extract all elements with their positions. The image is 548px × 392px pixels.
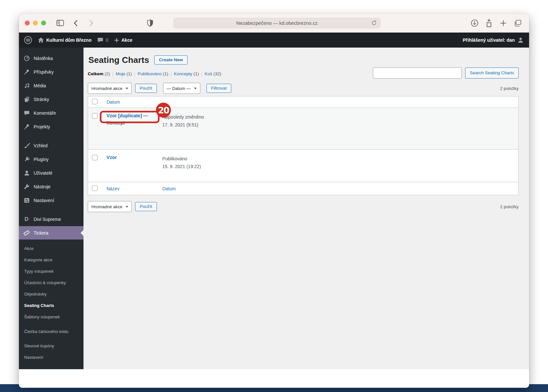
post-title-link[interactable]: Vzor: [107, 155, 117, 160]
comments-count: 0: [106, 37, 108, 43]
submenu-item-seating-charts[interactable]: Seating Charts: [24, 300, 81, 311]
sidebar-item-pages[interactable]: Stránky: [19, 93, 84, 106]
sidebar-item-settings[interactable]: Nastavení: [19, 194, 84, 207]
close-window-button[interactable]: [25, 21, 30, 25]
post-title-link[interactable]: Vzor [duplicate]: [107, 113, 142, 118]
submenu-label: Účastníci & vstupenky: [24, 280, 66, 286]
dashboard-icon: [23, 55, 30, 62]
wrench-icon: [23, 183, 30, 190]
bulk-action-value: Hromadné akce: [91, 204, 122, 209]
share-button[interactable]: [483, 18, 495, 28]
zoom-window-button[interactable]: [41, 21, 46, 25]
search-input[interactable]: [373, 67, 462, 79]
chevron-down-icon: [126, 88, 128, 89]
submenu-item-sablony-vstupenek[interactable]: Šablony vstupenek: [24, 311, 81, 323]
apply-button[interactable]: Použít: [135, 202, 157, 211]
post-date: 17. 9. 2021 (9:51): [162, 121, 515, 129]
reload-button[interactable]: [370, 19, 378, 27]
tab-overview-button[interactable]: [512, 18, 523, 28]
site-name: Kulturní dům Březno: [46, 37, 91, 43]
sidebar-toggle-button[interactable]: [54, 18, 66, 28]
sidebar-item-appearance[interactable]: Vzhled: [19, 139, 84, 152]
forward-button[interactable]: [86, 18, 97, 28]
tickera-submenu: Akce Kategorie akce Typy vstupenek Účast…: [19, 240, 84, 363]
sidebar-item-plugins[interactable]: Pluginy: [19, 152, 84, 166]
comments-menu[interactable]: 0: [97, 37, 108, 43]
sidebar-item-projects[interactable]: Projekty: [19, 120, 84, 134]
privacy-shield-button[interactable]: [145, 18, 156, 28]
sidebar-item-tools[interactable]: Nástroje: [19, 180, 84, 194]
filter-label: Koncepty: [174, 71, 192, 76]
sidebar-item-label: Nastavení: [34, 198, 54, 203]
date-filter-select[interactable]: — Datum —: [163, 83, 200, 94]
bulk-action-select[interactable]: Hromadné akce: [88, 201, 132, 212]
submenu-item-nastaveni[interactable]: Nastavení: [24, 352, 81, 363]
forward-icon: [89, 20, 93, 26]
submenu-item-akce[interactable]: Akce: [24, 243, 81, 254]
plus-icon: [500, 20, 507, 26]
select-all-checkbox[interactable]: [92, 99, 98, 104]
sidebar-item-label: Tickera: [34, 230, 48, 236]
minimize-window-button[interactable]: [33, 21, 38, 25]
filter-count: (32): [213, 71, 221, 76]
new-tab-button[interactable]: [498, 18, 509, 28]
chevron-down-icon: [194, 88, 197, 89]
seating-charts-table-wrap: Datum Vzor [duplicate] — Koncept: [88, 96, 519, 195]
address-bar[interactable]: Nezabezpečeno — kd.obecbrezno.cz: [173, 18, 381, 29]
table-header-row: Datum: [88, 96, 519, 108]
sort-datum-header[interactable]: Datum: [107, 99, 120, 105]
sidebar-item-users[interactable]: Uživatelé: [19, 166, 84, 180]
bulk-actions-bottom: Hromadné akce Použít 2 položky: [88, 201, 519, 212]
site-name-menu[interactable]: Kulturní dům Březno: [38, 37, 91, 43]
footer-datum-header[interactable]: Datum: [162, 186, 176, 191]
submenu-item-ctecka-carkoveho-kodu[interactable]: Čtečka čárkového kódu: [24, 323, 81, 340]
date-filter-value: — Datum —: [167, 86, 191, 91]
sidebar-item-dashboard[interactable]: Nástěnka: [19, 51, 84, 65]
submenu-item-typy-vstupenek[interactable]: Typy vstupenek: [24, 266, 81, 277]
row-checkbox[interactable]: [92, 113, 98, 119]
submenu-label: Čtečka čárkového kódu: [24, 328, 68, 335]
sidebar-item-label: Nástěnka: [34, 56, 53, 61]
row-checkbox[interactable]: [92, 155, 98, 160]
filter-published[interactable]: Publikováno (1): [138, 71, 168, 76]
comment-icon: [23, 110, 30, 116]
submenu-item-ucastnici-vstupenky[interactable]: Účastníci & vstupenky: [24, 277, 81, 288]
brush-icon: [23, 142, 30, 149]
submenu-item-kategorie-akce[interactable]: Kategorie akce: [24, 254, 81, 266]
downloads-button[interactable]: [469, 18, 480, 28]
submenu-item-slevove-kupony[interactable]: Slevové kupóny: [24, 340, 81, 352]
media-icon: [23, 82, 30, 89]
create-new-button[interactable]: Create New: [154, 55, 188, 65]
submenu-item-objednavky[interactable]: Objednávky: [24, 288, 81, 300]
filter-all[interactable]: Celkem (2): [88, 71, 110, 76]
logged-in-user[interactable]: Přihlášený uživatel: dan: [463, 37, 515, 43]
select-all-checkbox[interactable]: [92, 185, 98, 191]
sidebar-item-divi-supreme[interactable]: D Divi Supreme: [19, 212, 84, 226]
sidebar-item-media[interactable]: Média: [19, 79, 84, 93]
bulk-action-select[interactable]: Hromadné akce: [88, 83, 132, 94]
filter-drafts[interactable]: Koncepty (1): [174, 71, 199, 76]
sidebar-item-label: Pluginy: [34, 157, 49, 162]
post-date: 15. 9. 2021 (19:22): [162, 163, 515, 170]
filter-trash[interactable]: Koš (32): [205, 71, 221, 76]
sidebar-item-comments[interactable]: Komentáře: [19, 106, 84, 120]
submenu-label: Kategorie akce: [24, 257, 53, 263]
back-button[interactable]: [70, 18, 81, 28]
apply-button[interactable]: Použít: [135, 84, 157, 93]
current-menu-arrow: [81, 230, 84, 236]
filter-count: (1): [163, 71, 168, 76]
sidebar-item-tickera[interactable]: Tickera: [19, 226, 84, 240]
sidebar-item-label: Divi Supreme: [34, 217, 61, 222]
new-content-label: Akce: [121, 37, 132, 43]
sidebar-item-posts[interactable]: Příspěvky: [19, 65, 84, 79]
post-state: Koncept: [107, 120, 157, 125]
comment-icon: [97, 37, 103, 43]
wp-logo-menu[interactable]: W: [24, 36, 32, 44]
filter-count: (1): [193, 71, 199, 76]
footer-nazev-header[interactable]: Název: [107, 186, 120, 191]
filter-mine[interactable]: Moje (1): [116, 71, 132, 76]
filter-label: Koš: [205, 71, 212, 76]
search-seating-charts-button[interactable]: Search Seating Charts: [465, 67, 519, 79]
filter-button[interactable]: Filtrovat: [206, 84, 231, 93]
new-content-menu[interactable]: Akce: [114, 37, 132, 43]
